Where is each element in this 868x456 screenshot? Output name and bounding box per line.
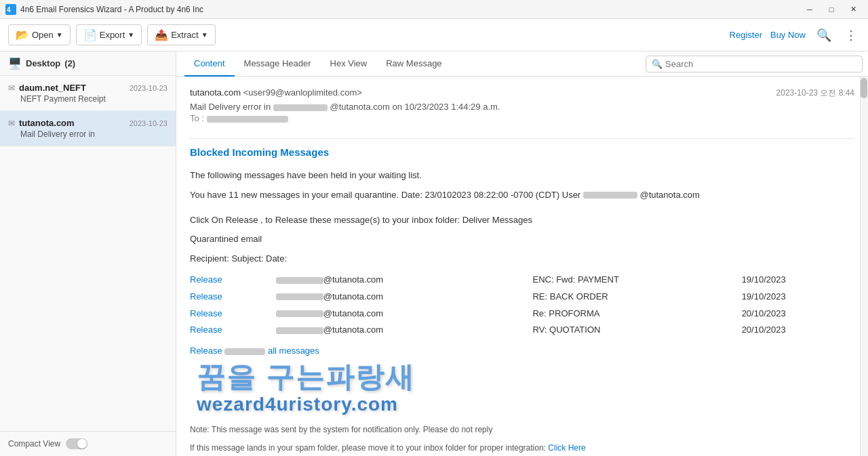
release-link-2[interactable]: Release bbox=[190, 291, 222, 302]
search-icon[interactable]: 🔍 bbox=[814, 25, 834, 45]
compact-view-toggle[interactable] bbox=[66, 438, 87, 449]
col-blur bbox=[276, 277, 323, 284]
note-text: Note: This message was sent by the syste… bbox=[190, 423, 854, 436]
close-button[interactable]: ✕ bbox=[844, 3, 863, 16]
col-blur bbox=[276, 293, 323, 300]
email-from-block: tutanota.com <user99@wanloplimited.com> bbox=[190, 87, 362, 98]
scroll-thumb[interactable] bbox=[861, 78, 867, 98]
email-from-addr: <user99@wanloplimited.com> bbox=[243, 87, 362, 98]
search-input[interactable] bbox=[665, 59, 856, 69]
table-row: Release @tutanota.com ENC: Fwd: PAYMENT … bbox=[190, 272, 854, 289]
email-header-section: tutanota.com <user99@wanloplimited.com> … bbox=[190, 87, 854, 139]
click-here-link[interactable]: Click Here bbox=[548, 443, 585, 453]
minimize-button[interactable]: ─ bbox=[800, 3, 819, 16]
all-blur bbox=[224, 348, 265, 355]
export-dropdown-icon: ▼ bbox=[127, 31, 134, 39]
search-bar[interactable]: 🔍 bbox=[646, 56, 863, 72]
email-sender: tutanota.com bbox=[19, 118, 125, 128]
table-row: Release @tutanota.com Re: PROFORMA 20/10… bbox=[190, 306, 854, 323]
release-all-link[interactable]: Release all messages bbox=[190, 346, 319, 356]
search-icon: 🔍 bbox=[652, 59, 663, 69]
content-area: Content Message Header Hex View Raw Mess… bbox=[176, 51, 868, 456]
toolbar: 📂 Open ▼ 📄 Export ▼ 📤 Extract ▼ Register… bbox=[0, 19, 868, 51]
toolbar-right: Register Buy Now 🔍 ⋮ bbox=[730, 25, 860, 45]
email-delivery: Mail Delivery error in @tutanota.com on … bbox=[190, 102, 854, 112]
table-row: Release @tutanota.com RV: QUOTATION 20/1… bbox=[190, 322, 854, 339]
open-button[interactable]: 📂 Open ▼ bbox=[8, 24, 71, 45]
email-from: tutanota.com <user99@wanloplimited.com> bbox=[190, 87, 362, 98]
compact-view-label: Compact View bbox=[8, 439, 60, 449]
email-para1: The following messages have been held in… bbox=[190, 169, 854, 183]
email-datetime: 2023-10-23 오전 8:44 bbox=[776, 87, 854, 99]
release-link-1[interactable]: Release bbox=[190, 274, 222, 285]
sidebar: 🖥️ Desktop (2) ✉ daum.net_NEFT 2023-10-2… bbox=[0, 51, 176, 456]
email-item-row: ✉ tutanota.com 2023-10-23 bbox=[8, 118, 167, 128]
delivery-blur bbox=[273, 104, 328, 111]
sidebar-badge: (2) bbox=[64, 58, 75, 68]
table-row: Release @tutanota.com RE: BACK ORDER 19/… bbox=[190, 289, 854, 306]
buy-now-link[interactable]: Buy Now bbox=[770, 30, 806, 40]
list-item[interactable]: ✉ tutanota.com 2023-10-23 Mail Delivery … bbox=[0, 111, 176, 146]
col-blur bbox=[276, 327, 323, 334]
tab-raw-message[interactable]: Raw Message bbox=[376, 51, 451, 77]
email-body: Blocked Incoming Messages The following … bbox=[190, 144, 854, 455]
sidebar-header: 🖥️ Desktop (2) bbox=[0, 51, 176, 76]
user-blur bbox=[583, 192, 637, 199]
email-icon: ✉ bbox=[8, 83, 15, 93]
window-title: 4n6 Email Forensics Wizard - A Product b… bbox=[20, 5, 800, 14]
list-item[interactable]: ✉ daum.net_NEFT 2023-10-23 NEFT Payment … bbox=[0, 76, 176, 111]
extract-dropdown-icon: ▼ bbox=[201, 31, 208, 39]
register-link[interactable]: Register bbox=[730, 30, 762, 40]
col-blur bbox=[276, 310, 323, 317]
email-click-para: Click On Release , to Release these mess… bbox=[190, 213, 854, 228]
release-link-3[interactable]: Release bbox=[190, 308, 222, 318]
maximize-button[interactable]: □ bbox=[822, 3, 841, 16]
open-icon: 📂 bbox=[16, 28, 29, 41]
tab-hex-view[interactable]: Hex View bbox=[321, 51, 377, 77]
extract-button[interactable]: 📤 Extract ▼ bbox=[147, 24, 215, 45]
export-icon: 📄 bbox=[83, 28, 97, 41]
email-icon: ✉ bbox=[8, 119, 15, 128]
email-quarantine-label: Quarantined email bbox=[190, 232, 854, 247]
tab-content[interactable]: Content bbox=[184, 51, 235, 77]
sidebar-footer: Compact View bbox=[0, 431, 176, 456]
email-viewer: tutanota.com <user99@wanloplimited.com> … bbox=[176, 77, 868, 456]
to-blur bbox=[207, 116, 288, 123]
svg-text:4: 4 bbox=[7, 6, 11, 14]
email-to: To : bbox=[190, 113, 854, 123]
email-item-row: ✉ daum.net_NEFT 2023-10-23 bbox=[8, 83, 167, 93]
email-para2: You have 11 new messages in your email q… bbox=[190, 188, 854, 203]
release-table: Release @tutanota.com ENC: Fwd: PAYMENT … bbox=[190, 272, 854, 339]
email-subject: NEFT Payment Receipt bbox=[8, 94, 167, 104]
blocked-title: Blocked Incoming Messages bbox=[190, 144, 854, 161]
spacer bbox=[190, 358, 854, 413]
open-dropdown-icon: ▼ bbox=[56, 31, 63, 39]
titlebar: 4 4n6 Email Forensics Wizard - A Product… bbox=[0, 0, 868, 19]
scroll-track[interactable] bbox=[860, 77, 868, 456]
email-date: 2023-10-23 bbox=[130, 119, 167, 127]
email-subject: Mail Delivery error in bbox=[8, 129, 167, 139]
spam-note: If this message lands in your spam folde… bbox=[190, 442, 854, 455]
app-icon: 4 bbox=[5, 4, 16, 15]
extract-icon: 📤 bbox=[155, 28, 168, 41]
tab-message-header[interactable]: Message Header bbox=[235, 51, 321, 77]
email-meta: tutanota.com <user99@wanloplimited.com> … bbox=[190, 87, 854, 99]
export-button[interactable]: 📄 Export ▼ bbox=[76, 24, 142, 45]
menu-icon[interactable]: ⋮ bbox=[842, 25, 860, 45]
window-controls: ─ □ ✕ bbox=[800, 3, 863, 16]
email-recipient-label: Recipient: Subject: Date: bbox=[190, 252, 854, 266]
email-date: 2023-10-23 bbox=[130, 84, 167, 92]
desktop-icon: 🖥️ bbox=[8, 57, 22, 70]
email-list: ✉ daum.net_NEFT 2023-10-23 NEFT Payment … bbox=[0, 76, 176, 431]
toggle-knob bbox=[77, 439, 87, 449]
release-all: Release all messages bbox=[190, 344, 854, 358]
main-layout: 🖥️ Desktop (2) ✉ daum.net_NEFT 2023-10-2… bbox=[0, 51, 868, 456]
release-link-4[interactable]: Release bbox=[190, 325, 222, 335]
tabs-bar: Content Message Header Hex View Raw Mess… bbox=[176, 51, 646, 76]
email-sender: daum.net_NEFT bbox=[19, 83, 125, 93]
sidebar-title: Desktop bbox=[26, 58, 60, 68]
